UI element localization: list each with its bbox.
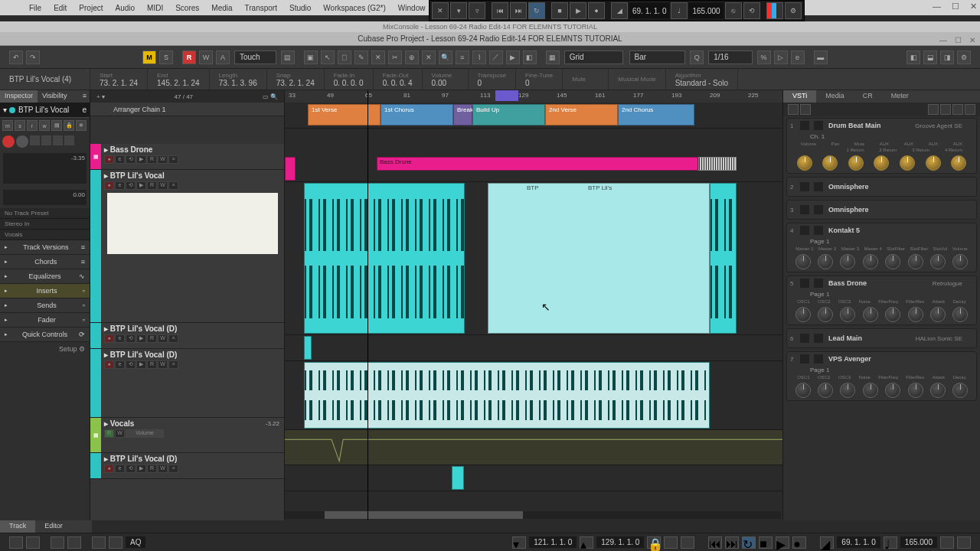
lane-vocals-automation[interactable]	[285, 430, 782, 465]
power-icon[interactable]	[800, 226, 809, 235]
edit-icon[interactable]	[814, 226, 823, 235]
ib-lane[interactable]: ▤	[51, 120, 62, 131]
knob[interactable]	[952, 254, 968, 269]
edit-icon[interactable]	[814, 205, 823, 214]
menu-project[interactable]: Project	[73, 4, 109, 12]
vsti-slot-4[interactable]: 4Kontakt 5 Page 1 Master 1Master 2Master…	[786, 223, 977, 272]
horizontal-scrollbar[interactable]	[285, 511, 781, 519]
settings-icon[interactable]: ⚙	[785, 2, 802, 19]
info-length[interactable]: 73. 1. 3. 96	[219, 79, 257, 87]
color-tool[interactable]: ◧	[523, 51, 537, 64]
lower-zone-button[interactable]: ⬓	[923, 51, 937, 64]
snap-toggle[interactable]: ▦	[546, 51, 560, 64]
inspector-setup[interactable]: Setup ⚙	[0, 342, 90, 356]
sb-icon[interactable]	[92, 536, 106, 549]
comp-tool[interactable]: ≡	[456, 51, 469, 64]
sb-icon[interactable]	[9, 536, 23, 549]
constrain-icon[interactable]: ▾	[450, 2, 467, 19]
edit-icon[interactable]	[814, 354, 823, 364]
left-locator[interactable]: 121. 1. 1. 0	[529, 536, 577, 548]
track-side[interactable]: ▦	[90, 418, 101, 452]
punch-in-icon[interactable]: ▾	[512, 536, 526, 549]
solo-button[interactable]: S	[159, 51, 173, 64]
ruler[interactable]: 33 49 65 81 97 113 129 145 161 177 193 2…	[285, 90, 782, 103]
prev-preset-icon[interactable]	[928, 104, 939, 115]
tempo-track-icon[interactable]: ♩	[671, 2, 688, 19]
knob[interactable]	[885, 307, 900, 322]
monitor-icon[interactable]	[16, 135, 28, 148]
section-track-versions[interactable]: Track Versions≡	[0, 240, 90, 255]
knob[interactable]	[952, 383, 968, 398]
edit-icon[interactable]	[814, 334, 823, 343]
knob[interactable]	[874, 155, 889, 171]
knob[interactable]	[797, 155, 812, 171]
ib-r[interactable]: r	[27, 120, 38, 131]
prev-button[interactable]: ⏮	[708, 536, 722, 549]
arranger-block[interactable]: Break	[453, 104, 472, 126]
grid-type-combo[interactable]: Bar	[629, 51, 686, 64]
power-icon[interactable]	[800, 121, 809, 130]
track-btp-vocal[interactable]: ▸ BTP Lil's Vocal ●e⟲▶RW≡	[90, 170, 284, 323]
track-btp-vocal-d2[interactable]: ▸ BTP Lil's Vocal (D) ●e⟲▶RW≡	[90, 349, 284, 418]
read-automation-button[interactable]: R	[182, 51, 196, 64]
left-zone-button[interactable]: ◧	[906, 51, 920, 64]
knob[interactable]	[795, 383, 811, 398]
automation-curve[interactable]	[285, 430, 782, 465]
ib-m[interactable]: m	[2, 120, 13, 131]
menu-studio[interactable]: Studio	[283, 4, 317, 12]
edit-icon[interactable]	[814, 182, 823, 191]
sb-icon[interactable]	[681, 536, 694, 549]
arranger-block[interactable]: Build Up	[472, 104, 545, 126]
meter-icon[interactable]	[766, 2, 783, 19]
mute-button[interactable]: M	[142, 51, 156, 64]
clip-vocal[interactable]	[710, 183, 737, 334]
quantize-combo[interactable]: 1/16	[708, 51, 752, 64]
inspector-volume-fader[interactable]: -3.35	[3, 153, 87, 184]
automation-mode-combo[interactable]: Touch	[234, 51, 276, 64]
power-icon[interactable]	[800, 354, 809, 364]
knob[interactable]	[863, 383, 878, 398]
menu-scores[interactable]: Scores	[169, 4, 205, 12]
clip-vocal[interactable]	[304, 336, 312, 360]
knob[interactable]	[863, 307, 878, 322]
draw-tool[interactable]: ✎	[354, 51, 368, 64]
track-notepad[interactable]	[107, 193, 278, 254]
expand-icon[interactable]: ▸	[104, 171, 108, 180]
stop-button[interactable]: ■	[759, 536, 773, 549]
menu-transport[interactable]: Transport	[239, 4, 283, 12]
knob[interactable]	[926, 155, 941, 171]
filter-icon[interactable]: ▭ 🔍	[263, 93, 278, 100]
info-fadeout[interactable]: 0. 0. 0. 4	[383, 79, 413, 87]
count-icon[interactable]	[957, 536, 971, 549]
knob[interactable]	[908, 307, 923, 322]
track-side[interactable]	[90, 323, 101, 348]
select-tool[interactable]: ▣	[304, 51, 318, 64]
tempo-icon[interactable]: ♩	[884, 536, 897, 549]
punch-out-icon[interactable]: ▴	[580, 536, 593, 549]
tab-media[interactable]: Media	[816, 90, 854, 103]
knob[interactable]	[822, 155, 838, 171]
inspector-track-header[interactable]: ▾ BTP Lil's Vocal e	[0, 103, 90, 118]
lane-btp-vocal-d2[interactable]: BTP Lil's Vocal (BTP Lil BTP Lil's	[285, 361, 782, 430]
info-fadein[interactable]: 0. 0. 0. 0	[334, 79, 364, 87]
lane-btp-vocal-d1[interactable]	[285, 335, 782, 361]
menu-window[interactable]: Window	[392, 4, 432, 12]
info-transpose[interactable]: 0	[478, 79, 507, 87]
expand-icon[interactable]: ▸	[104, 145, 108, 154]
section-equalizers[interactable]: Equalizers∿	[0, 269, 90, 284]
track-vocals-folder[interactable]: ▦ ▸ Vocals -3.22 RWVolume	[90, 418, 284, 453]
info-algorithm[interactable]: Standard - Solo	[675, 79, 729, 87]
clip-vocal-d[interactable]: BTP Lil's Vocal (BTP Lil BTP Lil's	[304, 362, 710, 429]
sb-icon[interactable]	[26, 536, 40, 549]
zoom-tool[interactable]: 🔍	[439, 51, 452, 64]
inspector-track-name[interactable]: BTP Lil's Vocal	[18, 106, 69, 114]
color-menu-icon[interactable]: ▬	[814, 51, 828, 64]
transport-tempo[interactable]: 165.000	[689, 3, 723, 18]
info-end[interactable]: 145. 2. 1. 24	[157, 79, 200, 87]
info-finetune[interactable]: 0	[525, 79, 553, 87]
ext-sync-icon[interactable]: ⟲	[743, 2, 760, 19]
vsti-slot-5[interactable]: 5Bass DroneRetrologue Page 1 OSC1OSC2OSC…	[786, 276, 977, 325]
next-marker-button[interactable]: ⏭	[510, 2, 527, 19]
edit-icon[interactable]	[814, 279, 823, 288]
section-inserts[interactable]: Inserts▫	[0, 284, 90, 298]
